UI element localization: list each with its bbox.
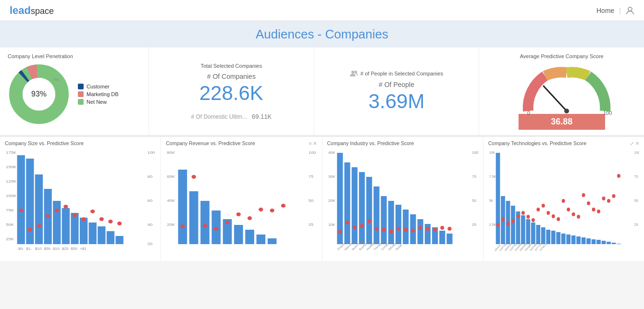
svg-text:93%: 93% [31, 90, 47, 98]
svg-rect-154 [556, 232, 560, 244]
svg-rect-156 [566, 235, 570, 244]
svg-rect-32 [71, 213, 78, 244]
revenue-chart-title: Company Revenue vs. Predictive Score ≡ ✕ [166, 140, 317, 146]
svg-point-39 [28, 228, 32, 232]
svg-rect-102 [403, 210, 409, 244]
svg-rect-99 [381, 196, 386, 244]
svg-text:20: 20 [148, 242, 153, 246]
svg-text:20K: 20K [328, 198, 335, 203]
svg-point-117 [396, 227, 400, 231]
svg-text:50K: 50K [6, 222, 14, 227]
svg-rect-165 [611, 243, 616, 244]
svg-point-167 [496, 223, 499, 227]
svg-rect-147 [521, 215, 525, 244]
svg-text:40: 40 [148, 222, 153, 227]
svg-text:50: 50 [309, 198, 314, 203]
svg-text:40K: 40K [167, 198, 175, 203]
svg-text:50: 50 [472, 198, 477, 203]
svg-rect-166 [617, 244, 621, 244]
svg-text:0: 0 [527, 110, 530, 116]
svg-rect-161 [591, 239, 595, 244]
svg-point-75 [181, 224, 185, 228]
svg-text:60K: 60K [167, 174, 175, 179]
svg-point-111 [352, 225, 356, 229]
people-panel: # of People in Selected Companies # Of P… [314, 48, 480, 136]
total-companies-title: Total Selected Companies [200, 63, 262, 69]
svg-text:25K: 25K [6, 237, 14, 241]
svg-point-82 [259, 208, 263, 211]
svg-point-182 [571, 212, 575, 216]
industry-chart-title: Company Industry vs. Predictive Score [327, 140, 478, 146]
svg-rect-104 [417, 219, 423, 244]
company-penetration-panel: Company Level Penetration 93% 7% [0, 48, 149, 136]
svg-point-84 [281, 204, 285, 208]
svg-text:7%: 7% [52, 77, 59, 82]
svg-text:60: 60 [148, 198, 153, 203]
svg-point-120 [418, 226, 422, 230]
svg-text:100: 100 [634, 150, 639, 155]
svg-point-47 [99, 217, 104, 221]
svg-rect-158 [576, 236, 581, 244]
svg-text:10K: 10K [489, 150, 495, 155]
svg-text:100K: 100K [6, 194, 16, 198]
svg-rect-108 [446, 234, 452, 244]
svg-point-48 [108, 220, 112, 223]
nav-divider: | [619, 7, 621, 14]
svg-text:$50: $50 [44, 247, 50, 251]
people-value: 3.69M [369, 90, 425, 112]
svg-rect-101 [395, 205, 401, 244]
svg-point-113 [367, 219, 371, 223]
size-chart-panel: Company Size vs. Predictive Score 175K 1… [0, 136, 161, 261]
legend-net-new: Net New [78, 99, 119, 105]
svg-point-119 [411, 229, 415, 233]
svg-point-79 [225, 221, 230, 224]
svg-rect-107 [439, 231, 445, 244]
user-icon[interactable] [626, 6, 634, 15]
svg-point-40 [37, 224, 41, 228]
svg-rect-31 [62, 208, 70, 244]
companies-value: 228.6K [199, 82, 263, 104]
svg-text:>$1: >$1 [80, 247, 87, 251]
svg-rect-72 [246, 230, 255, 244]
svg-text:75: 75 [309, 174, 314, 179]
svg-point-78 [214, 227, 218, 231]
svg-rect-149 [531, 222, 535, 244]
svg-point-187 [597, 210, 600, 213]
home-link[interactable]: Home [596, 7, 614, 14]
legend: Customer Marketing DB Net New [78, 84, 119, 105]
svg-point-8 [354, 71, 357, 74]
people-icon [350, 70, 359, 77]
svg-point-188 [602, 197, 605, 200]
svg-point-169 [506, 222, 509, 226]
logo: leadspace [10, 4, 54, 17]
svg-point-76 [192, 175, 196, 179]
svg-text:150K: 150K [6, 165, 16, 169]
svg-point-0 [628, 7, 632, 11]
of-companies-label: # Of Companies [207, 73, 256, 80]
svg-rect-67 [189, 191, 198, 244]
svg-rect-34 [89, 222, 97, 244]
svg-text:100: 100 [472, 150, 478, 155]
svg-rect-145 [511, 206, 515, 244]
revenue-chart-area: 80K 60K 40K 20K 100 75 50 25 [166, 148, 317, 254]
svg-rect-37 [115, 236, 123, 244]
svg-rect-36 [107, 231, 114, 244]
svg-rect-153 [551, 231, 556, 244]
svg-rect-160 [586, 238, 591, 244]
svg-rect-97 [366, 177, 372, 244]
svg-rect-26 [17, 155, 25, 244]
pie-container: 93% 7% Customer Marketing DB Net New [8, 63, 141, 125]
technologies-chart-area: 10K 7.5K 5K 2.5K 100 75 50 25 [488, 148, 639, 254]
svg-point-116 [389, 230, 393, 234]
svg-text:80: 80 [148, 174, 153, 179]
svg-text:25: 25 [634, 222, 638, 227]
svg-text:50: 50 [634, 198, 638, 203]
svg-point-112 [359, 224, 363, 228]
industry-chart-panel: Company Industry vs. Predictive Score 40… [322, 136, 483, 261]
svg-point-178 [552, 214, 555, 218]
svg-text:100: 100 [309, 150, 316, 155]
svg-point-121 [425, 227, 429, 231]
svg-point-11 [564, 109, 569, 113]
svg-point-42 [55, 209, 59, 212]
svg-point-122 [433, 228, 436, 232]
